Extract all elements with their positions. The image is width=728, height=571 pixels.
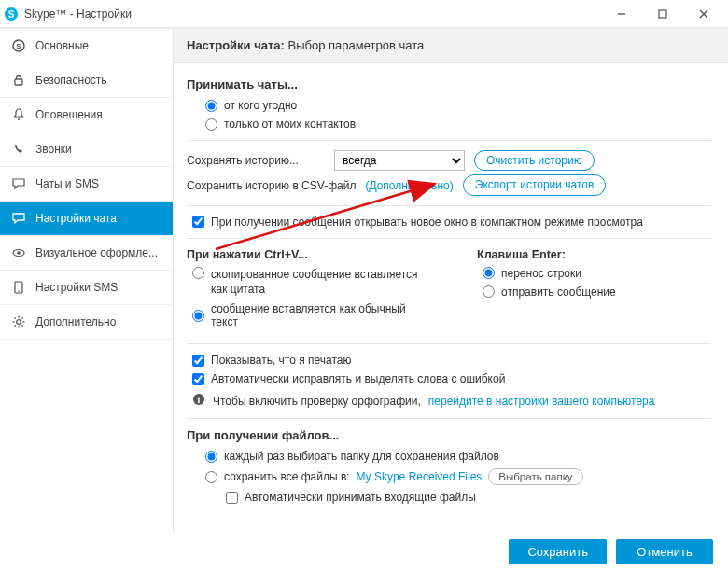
svg-rect-8: [15, 79, 22, 85]
radio-accept-contacts-input[interactable]: [205, 118, 217, 131]
radio-enter-newline-input[interactable]: [483, 267, 495, 279]
radio-label: отправить сообщение: [501, 286, 616, 299]
divider: [187, 140, 711, 141]
radio-accept-anyone[interactable]: от кого угодно: [205, 99, 711, 112]
skype-icon: S: [4, 7, 19, 21]
compact-view-check[interactable]: При получении сообщения открывать новое …: [192, 216, 711, 229]
radio-label: каждый раз выбирать папку для сохранения…: [224, 450, 499, 463]
sidebar-item-label: Визуальное оформле...: [35, 246, 158, 259]
dialog-footer: Сохранить Отменить: [0, 532, 728, 571]
svg-line-19: [14, 317, 15, 318]
auto-accept-files-check[interactable]: Автоматически принимать входящие файлы: [226, 491, 711, 504]
accept-chats-title: Принимать чаты...: [187, 77, 711, 91]
sidebar-item-label: Настройки чата: [35, 212, 117, 225]
radio-enter-newline[interactable]: перенос строки: [483, 267, 711, 280]
svg-line-5: [700, 10, 707, 18]
sms-icon: [11, 280, 26, 295]
ctrlv-title: При нажатии Ctrl+V...: [187, 248, 421, 261]
sidebar-item-calls[interactable]: Звонки: [0, 132, 173, 167]
sidebar-item-appearance[interactable]: Визуальное оформле...: [0, 236, 173, 271]
spell-info-link[interactable]: перейдите в настройки вашего компьютера: [428, 395, 655, 408]
radio-label: только от моих контактов: [224, 118, 356, 131]
history-keep-label: Сохранять историю...: [187, 154, 325, 167]
svg-line-22: [14, 325, 15, 326]
autospell-checkbox[interactable]: [192, 373, 204, 385]
cancel-button[interactable]: Отменить: [616, 539, 713, 564]
phone-icon: [11, 142, 26, 157]
check-label: При получении сообщения открывать новое …: [211, 216, 643, 229]
radio-ctrlv-plain-input[interactable]: [192, 310, 204, 322]
check-label: Автоматически принимать входящие файлы: [245, 491, 476, 504]
save-button[interactable]: Сохранить: [509, 539, 607, 564]
radio-label: от кого угодно: [224, 99, 297, 112]
sidebar-item-label: Оповещения: [35, 108, 103, 121]
radio-label: скопированное сообщение вставляется как …: [211, 267, 421, 297]
radio-accept-contacts[interactable]: только от моих контактов: [205, 118, 711, 131]
page-header-subtitle: Выбор параметров чата: [288, 38, 425, 52]
sidebar-item-chat-settings[interactable]: Настройки чата: [0, 202, 173, 236]
page-header-title: Настройки чата:: [187, 38, 285, 52]
history-csv-more-link[interactable]: (Дополнительно): [365, 179, 453, 192]
sidebar: S Основные Безопасность Оповещения Звонк…: [0, 29, 174, 532]
sidebar-item-chats-sms[interactable]: Чаты и SMS: [0, 167, 173, 202]
maximize-button[interactable]: [642, 1, 683, 27]
svg-point-9: [18, 118, 20, 120]
radio-accept-anyone-input[interactable]: [205, 100, 217, 112]
history-keep-select[interactable]: всегда: [334, 150, 465, 171]
svg-text:S: S: [8, 8, 15, 19]
main-pane: Настройки чата: Выбор параметров чата Пр…: [174, 29, 728, 532]
svg-point-11: [17, 251, 21, 255]
sidebar-item-label: Чаты и SMS: [35, 177, 99, 190]
radio-files-pick[interactable]: каждый раз выбирать папку для сохранения…: [205, 450, 711, 463]
check-label: Автоматически исправлять и выделять слов…: [211, 372, 505, 385]
sidebar-item-notifications[interactable]: Оповещения: [0, 98, 173, 132]
minimize-button[interactable]: [601, 1, 642, 27]
radio-enter-send-input[interactable]: [483, 286, 495, 298]
sidebar-item-label: Дополнительно: [35, 315, 116, 328]
chat-settings-icon: [11, 211, 26, 226]
info-icon: i: [192, 393, 205, 409]
show-typing-checkbox[interactable]: [192, 355, 204, 367]
files-title: При получении файлов...: [187, 428, 711, 442]
choose-folder-button[interactable]: Выбрать папку: [488, 468, 582, 485]
sidebar-item-general[interactable]: S Основные: [0, 29, 173, 63]
radio-files-pick-input[interactable]: [205, 451, 217, 463]
radio-ctrlv-plain[interactable]: сообщение вставляется как обычный текст: [192, 302, 421, 328]
check-label: Показывать, что я печатаю: [211, 354, 351, 367]
close-button[interactable]: [683, 1, 724, 27]
sidebar-item-label: Основные: [35, 39, 89, 52]
radio-ctrlv-quote[interactable]: скопированное сообщение вставляется как …: [192, 267, 421, 297]
history-csv-label: Сохранить историю в CSV-файл: [187, 179, 356, 192]
svg-point-13: [18, 290, 20, 292]
sidebar-item-sms-settings[interactable]: Настройки SMS: [0, 271, 173, 305]
sidebar-item-advanced[interactable]: Дополнительно: [0, 305, 173, 340]
auto-accept-files-checkbox[interactable]: [226, 492, 238, 504]
eye-icon: [11, 245, 26, 260]
settings-scroll[interactable]: Принимать чаты... от кого угодно только …: [174, 63, 728, 532]
chat-icon: [11, 176, 26, 191]
radio-ctrlv-quote-input[interactable]: [192, 267, 204, 279]
files-folder-link[interactable]: My Skype Received Files: [357, 470, 483, 483]
radio-enter-send[interactable]: отправить сообщение: [483, 286, 711, 299]
autospell-check[interactable]: Автоматически исправлять и выделять слов…: [192, 372, 711, 385]
export-history-button[interactable]: Экспорт истории чатов: [463, 174, 607, 195]
sidebar-item-security[interactable]: Безопасность: [0, 63, 173, 98]
radio-files-folder-input[interactable]: [205, 471, 217, 483]
window-titlebar: S Skype™ - Настройки: [0, 0, 728, 28]
radio-label: перенос строки: [501, 267, 581, 280]
enter-title: Клавиша Enter:: [477, 248, 711, 261]
divider: [187, 205, 711, 206]
svg-line-20: [21, 325, 22, 326]
clear-history-button[interactable]: Очистить историю: [474, 150, 595, 171]
compact-view-checkbox[interactable]: [192, 216, 204, 228]
window-title: Skype™ - Настройки: [24, 7, 601, 21]
sidebar-item-label: Безопасность: [35, 74, 107, 87]
page-header: Настройки чата: Выбор параметров чата: [174, 29, 728, 63]
show-typing-check[interactable]: Показывать, что я печатаю: [192, 354, 711, 367]
svg-text:i: i: [198, 395, 201, 405]
sidebar-item-label: Настройки SMS: [35, 281, 118, 294]
spell-info-text: Чтобы включить проверку орфографии,: [213, 395, 421, 408]
radio-files-folder[interactable]: сохранить все файлы в: My Skype Received…: [205, 468, 711, 485]
radio-label: сохранить все файлы в:: [224, 470, 350, 483]
lock-icon: [11, 73, 26, 88]
